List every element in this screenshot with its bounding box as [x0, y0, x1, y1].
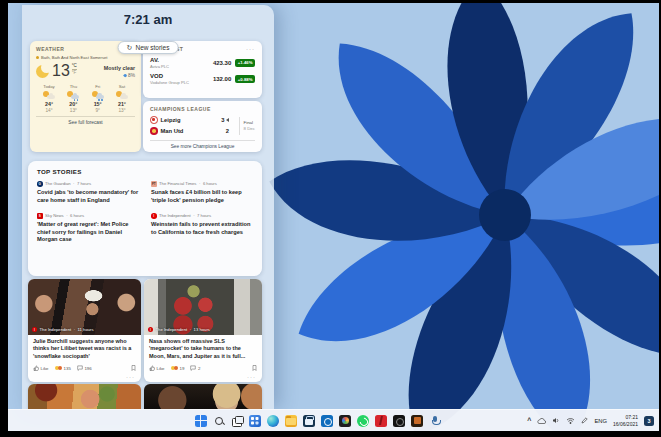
new-stories-button[interactable]: ↻ New stories — [118, 41, 179, 54]
story-headline: Sunak faces £4 billion bill to keep 'tri… — [151, 189, 253, 204]
search-icon[interactable] — [213, 415, 225, 427]
comments-count[interactable]: 196 — [77, 365, 92, 371]
story-time: 7 hours — [197, 213, 211, 218]
team-score: 2 — [226, 128, 229, 134]
emoji-reactions-icon — [171, 366, 179, 371]
story-item[interactable]: S Sky News · 6 hours 'Matter of great re… — [37, 213, 139, 244]
story-item[interactable]: I The Independent · 7 hours Weinstein fa… — [151, 213, 253, 244]
start-button[interactable] — [195, 415, 207, 427]
precipitation-value: 8% — [128, 73, 135, 78]
independent-logo-icon: I — [148, 327, 153, 332]
forecast-day[interactable]: Thu 20° 13° — [62, 84, 84, 113]
sports-widget[interactable]: CHAMPIONS LEAGUE Leipzig 3 Man Utd 2 Fin… — [143, 101, 262, 152]
bookmark-icon[interactable] — [252, 365, 257, 371]
stock-row[interactable]: AV. Aviva PLC 423.30 +1.46% — [150, 57, 255, 69]
forecast-row: Today 24° 14° Thu 20° 13° Fri 15° 9° — [36, 84, 135, 113]
location-pin-icon — [36, 56, 39, 59]
team-score: 3 — [221, 117, 224, 123]
tray-time: 07:21 — [613, 414, 638, 421]
edge-browser-icon[interactable] — [267, 415, 279, 427]
more-options-icon[interactable]: ··· — [246, 48, 255, 51]
forecast-day[interactable]: Sat 21° 13° — [111, 84, 133, 113]
comment-bubble-icon — [77, 365, 83, 371]
stock-name: Aviva PLC — [150, 64, 169, 69]
article-image: I The Independent · 13 hours — [144, 279, 262, 335]
news-card-partial[interactable] — [144, 384, 262, 409]
stock-row[interactable]: VOD Vodafone Group PLC 132.00 +0.88% — [150, 73, 255, 85]
refresh-icon: ↻ — [127, 44, 133, 51]
new-stories-label: New stories — [135, 44, 169, 51]
story-item[interactable]: G The Guardian · 7 hours Covid jabs 'to … — [37, 181, 139, 204]
unit-celsius[interactable]: °C — [72, 63, 77, 71]
independent-logo-icon: I — [151, 213, 157, 219]
stock-name: Vodafone Group PLC — [150, 80, 189, 85]
sun-showers-icon — [67, 91, 79, 100]
show-hidden-icons-chevron[interactable]: ^ — [527, 417, 531, 424]
widgets-icon[interactable] — [249, 415, 261, 427]
stock-price: 132.00 — [213, 76, 231, 82]
like-button[interactable]: Like — [149, 365, 165, 371]
red-app-icon[interactable] — [375, 415, 387, 427]
partly-sunny-icon — [43, 91, 55, 100]
whatsapp-icon[interactable] — [357, 415, 369, 427]
story-source: The Independent — [159, 213, 191, 218]
see-full-forecast-link[interactable]: See full forecast — [36, 116, 135, 125]
article-time: 11 hours — [78, 327, 94, 332]
microsoft-store-icon[interactable] — [303, 415, 315, 427]
leipzig-crest-icon — [150, 116, 158, 124]
like-button[interactable]: Like — [33, 365, 49, 371]
match-status: Final — [244, 120, 255, 125]
rain-drop-icon — [124, 73, 128, 77]
news-card[interactable]: I The Independent · 13 hours Nasa shows … — [144, 279, 262, 382]
weather-condition: Mostly clear — [104, 65, 135, 71]
comment-bubble-icon — [190, 365, 196, 371]
independent-logo-icon: I — [32, 327, 37, 332]
card-more-options-icon[interactable]: ··· — [247, 375, 256, 380]
stock-symbol: VOD — [150, 73, 189, 80]
camera-app-icon[interactable] — [393, 415, 405, 427]
story-headline: Covid jabs 'to become mandatory' for car… — [37, 189, 139, 204]
top-stories-title: TOP STORIES — [37, 168, 253, 175]
forecast-day[interactable]: Fri 15° 9° — [87, 84, 109, 113]
weather-widget[interactable]: WEATHER Bath, Bath And North East Somers… — [30, 41, 141, 152]
article-source: The Independent — [156, 327, 188, 332]
voice-typing-icon[interactable] — [429, 415, 441, 427]
comments-count[interactable]: 2 — [190, 365, 200, 371]
story-item[interactable]: FT The Financial Times · 6 hours Sunak f… — [151, 181, 253, 204]
language-indicator[interactable]: ENG — [594, 418, 607, 424]
orange-app-icon[interactable] — [411, 415, 423, 427]
story-source: Sky News — [45, 213, 64, 218]
news-card-partial[interactable] — [28, 384, 141, 409]
wifi-icon[interactable] — [566, 417, 575, 424]
partly-sunny-icon — [116, 91, 128, 100]
onedrive-cloud-icon[interactable] — [537, 418, 546, 424]
current-temperature: 13 — [52, 63, 70, 79]
thumbs-up-icon — [33, 365, 39, 371]
weather-location: Bath, Bath And North East Somerset — [41, 55, 107, 60]
sun-showers-icon — [92, 91, 104, 100]
notification-badge[interactable]: 3 — [644, 416, 654, 426]
guardian-logo-icon: G — [37, 181, 43, 187]
clock-date[interactable]: 07:21 16/06/2021 — [613, 414, 638, 428]
widgets-panel: 7:21 am ↻ New stories WEATHER Bath, Bath… — [22, 5, 274, 409]
task-view-icon[interactable] — [231, 415, 243, 427]
bookmark-icon[interactable] — [131, 365, 136, 371]
team-name: Man Utd — [161, 128, 184, 134]
story-source: The Financial Times — [159, 181, 196, 186]
desktop: 7:21 am ↻ New stories WEATHER Bath, Bath… — [8, 3, 659, 431]
unit-fahrenheit[interactable]: °F — [72, 70, 77, 77]
forecast-day[interactable]: Today 24° 14° — [38, 84, 60, 113]
file-explorer-icon[interactable] — [285, 415, 297, 427]
card-more-options-icon[interactable]: ··· — [126, 375, 135, 380]
outlook-icon[interactable] — [321, 415, 333, 427]
photos-app-icon[interactable] — [339, 415, 351, 427]
stock-symbol: AV. — [150, 57, 169, 64]
see-more-champions-league-link[interactable]: See more Champions League — [150, 140, 255, 149]
emoji-reactions-icon — [55, 366, 63, 371]
volume-icon[interactable] — [552, 417, 560, 424]
news-card[interactable]: I The Independent · 11 hours Julie Burch… — [28, 279, 141, 382]
reactions-count[interactable]: 135 — [55, 366, 71, 371]
stock-change-badge: +0.88% — [235, 75, 255, 83]
reactions-count[interactable]: 19 — [171, 366, 185, 371]
pen-icon[interactable] — [581, 417, 588, 424]
